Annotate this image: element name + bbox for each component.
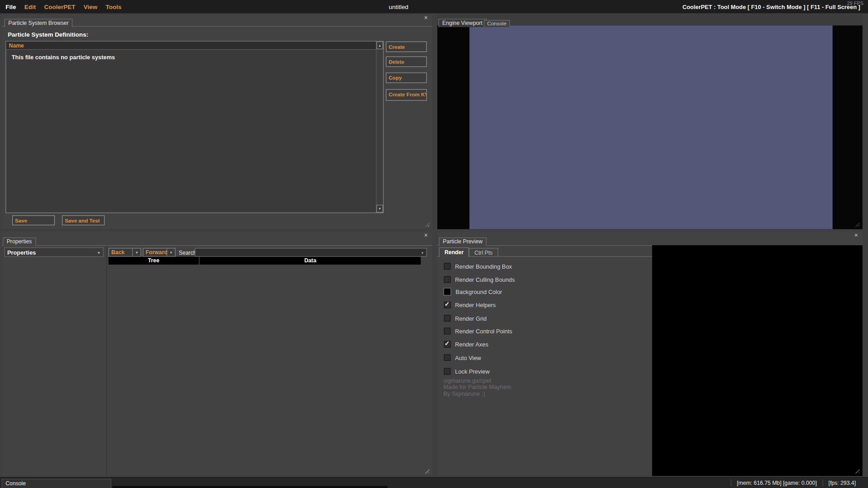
viewport-render-surface[interactable] xyxy=(470,25,833,229)
forward-combobox[interactable]: Forward ▼ xyxy=(143,248,175,257)
option-render-control-points[interactable]: ✓ Render Control Points xyxy=(444,327,512,336)
tab-render[interactable]: Render xyxy=(439,247,470,257)
particle-systems-list[interactable]: Name This file contains no particle syst… xyxy=(5,41,384,213)
status-underline xyxy=(112,486,387,488)
properties-mode-value: Properties xyxy=(7,249,36,256)
option-label: Lock Preview xyxy=(455,368,489,375)
scroll-down-icon[interactable]: ▼ xyxy=(376,205,383,213)
render-culling-bounds-checkbox[interactable]: ✓ xyxy=(444,276,451,283)
option-label: Render Axes xyxy=(455,341,489,348)
dropdown-glyph: ▼ xyxy=(170,251,173,254)
save-button[interactable]: Save xyxy=(12,215,55,225)
option-label: Background Color xyxy=(455,289,502,295)
definitions-heading: Particle System Definitions: xyxy=(8,31,88,38)
chevron-down-icon[interactable]: ▼ xyxy=(421,251,424,255)
particle-system-browser-panel: ✕ Particle System Browser Particle Syste… xyxy=(2,14,432,229)
column-header-data[interactable]: Data xyxy=(199,257,421,265)
option-label: Render Helpers xyxy=(455,302,496,308)
particle-preview-panel: ✕ Particle Preview Render Ctrl Pts ✓ Ren… xyxy=(437,232,863,476)
auto-view-checkbox[interactable]: ✓ xyxy=(444,354,451,361)
menu-edit[interactable]: Edit xyxy=(24,3,36,10)
render-grid-checkbox[interactable]: ✓ xyxy=(444,315,451,322)
tab-particle-preview[interactable]: Particle Preview xyxy=(439,237,487,246)
create-from-kv-button[interactable]: Create From KV xyxy=(386,89,427,101)
close-icon[interactable]: ✕ xyxy=(422,232,430,239)
properties-panel: ✕ Properties Properties ▼ Back ▼ Forward… xyxy=(2,232,432,476)
option-lock-preview[interactable]: ✓ Lock Preview xyxy=(444,367,490,376)
empty-list-message: This file contains no particle systems xyxy=(12,54,115,61)
forward-button[interactable]: Forward xyxy=(143,248,167,257)
tool-mode-text: CoolerPET : Tool Mode [ F10 - Switch Mod… xyxy=(683,0,860,13)
render-helpers-checkbox[interactable]: ✓ xyxy=(444,302,451,308)
column-header-tree[interactable]: Tree xyxy=(109,257,199,265)
tab-underline xyxy=(437,256,652,257)
option-label: Render Control Points xyxy=(455,328,512,335)
option-label: Auto View xyxy=(455,354,481,361)
dropdown-glyph: ▼ xyxy=(135,251,138,254)
create-button[interactable]: Create xyxy=(386,42,427,52)
render-control-points-checkbox[interactable]: ✓ xyxy=(444,328,451,335)
option-render-axes[interactable]: ✓ Render Axes xyxy=(444,340,489,349)
document-title: untitled xyxy=(349,0,448,13)
option-auto-view[interactable]: ✓ Auto View xyxy=(444,353,481,362)
option-background-color[interactable]: Background Color xyxy=(443,287,502,296)
search-input[interactable]: ▼ xyxy=(195,248,427,257)
menu-tools[interactable]: Tools xyxy=(106,3,122,10)
lock-preview-checkbox[interactable]: ✓ xyxy=(444,368,451,375)
scroll-down-glyph: ▼ xyxy=(378,207,381,210)
option-render-grid[interactable]: ✓ Render Grid xyxy=(444,314,487,323)
check-icon: ✓ xyxy=(445,301,450,308)
check-icon: ✓ xyxy=(445,340,450,347)
close-icon[interactable]: ✕ xyxy=(422,14,430,21)
back-button[interactable]: Back xyxy=(109,248,133,257)
status-console-tab[interactable]: Console xyxy=(2,479,111,488)
tab-particle-system-browser[interactable]: Particle System Browser xyxy=(5,19,72,27)
tab-console[interactable]: Console xyxy=(484,20,510,27)
render-bounding-box-checkbox[interactable]: ✓ xyxy=(444,263,451,270)
option-label: Render Grid xyxy=(455,315,487,322)
back-combobox[interactable]: Back ▼ xyxy=(109,248,141,257)
option-label: Render Bounding Box xyxy=(455,263,512,270)
menu-view[interactable]: View xyxy=(84,3,97,10)
menu-coolerpet[interactable]: CoolerPET xyxy=(44,3,76,10)
properties-panel-body xyxy=(2,245,432,476)
status-bar: Console [mem: 616.75 Mb] [game: 0.000] [… xyxy=(0,477,868,488)
delete-button[interactable]: Delete xyxy=(386,57,427,67)
option-render-helpers[interactable]: ✓ Render Helpers xyxy=(444,301,496,310)
menu-bar: File Edit CoolerPET View Tools untitled … xyxy=(0,0,868,13)
engine-viewport-panel: Engine Viewport Console xyxy=(437,14,863,229)
scroll-up-icon[interactable]: ▲ xyxy=(376,42,383,49)
credit-url: sigmarune.ga/cpet xyxy=(443,377,491,384)
list-column-name[interactable]: Name xyxy=(6,42,376,50)
particle-preview-viewport[interactable] xyxy=(652,245,863,476)
mem-game-readout: [mem: 616.75 Mb] [game: 0.000] xyxy=(730,479,822,487)
tab-engine-viewport[interactable]: Engine Viewport xyxy=(438,19,486,27)
save-and-test-button[interactable]: Save and Test xyxy=(62,215,104,225)
menu-file[interactable]: File xyxy=(5,3,16,10)
tab-ctrl-pts[interactable]: Ctrl Pts xyxy=(469,248,498,257)
fps-readout: [fps: 293.4] xyxy=(822,479,861,487)
option-render-culling-bounds[interactable]: ✓ Render Culling Bounds xyxy=(444,275,515,284)
credit-author: By Sigmarune :) xyxy=(443,390,485,397)
menu-items: File Edit CoolerPET View Tools xyxy=(5,0,121,13)
background-color-swatch[interactable] xyxy=(443,288,451,295)
chevron-down-icon: ▼ xyxy=(97,251,100,255)
chevron-down-icon[interactable]: ▼ xyxy=(133,248,141,257)
option-label: Render Culling Bounds xyxy=(455,276,515,283)
engine-viewport-area[interactable] xyxy=(437,25,863,229)
app-window: File Edit CoolerPET View Tools untitled … xyxy=(0,0,868,488)
tab-properties[interactable]: Properties xyxy=(3,237,36,246)
option-render-bounding-box[interactable]: ✓ Render Bounding Box xyxy=(444,262,512,271)
close-icon[interactable]: ✕ xyxy=(853,232,860,239)
list-scrollbar[interactable]: ▲ ▼ xyxy=(376,42,383,213)
copy-button[interactable]: Copy xyxy=(386,72,427,83)
render-axes-checkbox[interactable]: ✓ xyxy=(444,341,451,348)
status-readouts: [mem: 616.75 Mb] [game: 0.000] [fps: 293… xyxy=(730,478,861,488)
panel-divider[interactable] xyxy=(106,245,107,476)
chevron-down-icon[interactable]: ▼ xyxy=(167,248,175,257)
scroll-up-glyph: ▲ xyxy=(378,44,381,47)
credit-made-for: Made for Particle Mayhem xyxy=(443,384,511,390)
properties-mode-select[interactable]: Properties ▼ xyxy=(5,247,104,257)
